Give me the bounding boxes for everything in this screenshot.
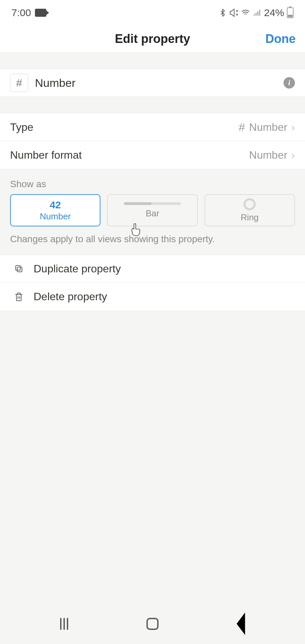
show-as-label: Show as [0,169,305,194]
done-button[interactable]: Done [265,32,296,46]
android-nav-bar [0,604,305,644]
number-preview: 42 [50,199,61,211]
wifi-icon [241,8,250,17]
number-format-label: Number format [10,149,82,161]
property-name-left: # Number [10,74,76,92]
type-row[interactable]: Type # Number › [0,113,305,141]
battery-icon [287,7,294,18]
status-left: 7:00 [11,7,46,18]
property-name-input[interactable]: Number [35,76,76,90]
home-icon [146,618,159,630]
show-as-option-ring[interactable]: Ring [205,194,295,226]
camera-recording-icon [35,9,46,17]
number-format-value: Number › [249,149,295,161]
bar-preview-icon [124,202,181,205]
show-as-helper-text: Changes apply to all views showing this … [0,226,305,255]
option-label: Bar [146,208,159,219]
hash-icon: # [16,77,22,89]
duplicate-label: Duplicate property [34,263,121,275]
status-time: 7:00 [11,7,31,18]
trash-icon [13,291,24,302]
delete-label: Delete property [34,290,107,303]
property-name-row[interactable]: # Number i [0,69,305,97]
svg-rect-1 [16,266,20,270]
hash-icon: # [239,121,245,134]
delete-property-button[interactable]: Delete property [0,283,305,311]
chevron-right-icon: › [291,121,295,133]
page-title: Edit property [115,32,190,46]
page-header: Edit property Done [0,25,305,53]
type-value-text: Number [249,121,288,133]
bluetooth-icon [218,8,227,17]
mute-vibrate-icon [230,8,238,17]
type-label: Type [10,121,33,133]
chevron-right-icon: › [291,149,295,161]
nav-back-button[interactable] [232,615,249,632]
number-format-row[interactable]: Number format Number › [0,141,305,169]
number-format-value-text: Number [249,149,288,161]
duplicate-icon [13,263,24,274]
type-value: # Number › [239,121,295,134]
option-label: Ring [241,212,259,223]
duplicate-property-button[interactable]: Duplicate property [0,255,305,283]
nav-recents-button[interactable] [56,615,73,632]
spacer [0,97,305,113]
show-as-option-bar[interactable]: Bar [107,194,198,226]
svg-rect-0 [17,267,22,272]
back-icon [232,610,249,638]
signal-icon [253,8,261,17]
show-as-option-number[interactable]: 42 Number [10,194,100,226]
property-icon-picker[interactable]: # [10,74,28,92]
nav-home-button[interactable] [144,615,161,632]
spacer [0,53,305,69]
option-label: Number [40,211,71,222]
show-as-options: 42 Number Bar Ring [0,194,305,226]
recents-icon [60,618,68,630]
ring-preview-icon [244,198,256,210]
info-icon[interactable]: i [284,77,295,89]
status-bar: 7:00 24% [0,0,305,25]
battery-percentage: 24% [264,7,284,18]
status-right: 24% [218,7,294,18]
